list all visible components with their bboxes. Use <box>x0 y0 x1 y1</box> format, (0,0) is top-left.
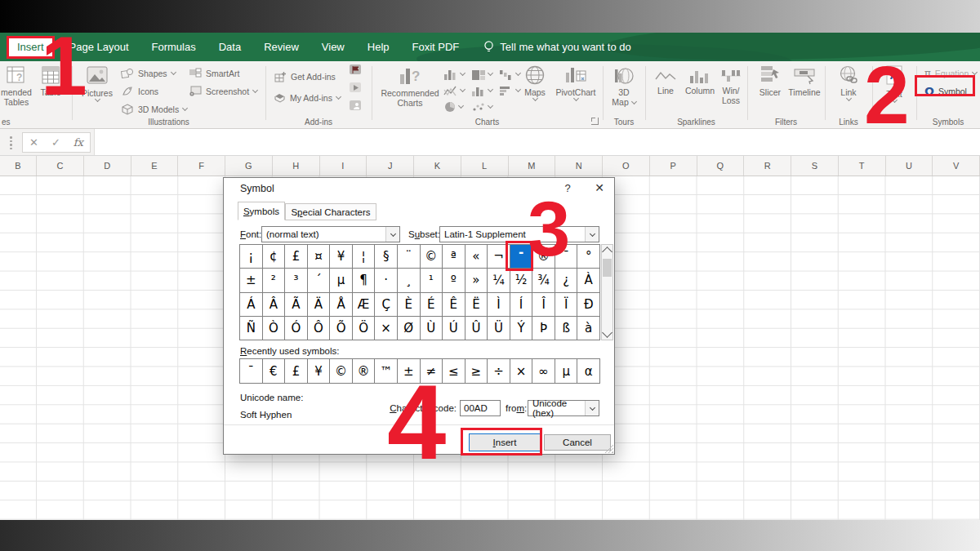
symbol-cell[interactable]: ¾ <box>532 269 555 291</box>
scroll-down-icon[interactable] <box>602 327 612 338</box>
symbol-cell[interactable]: ³ <box>285 269 307 291</box>
column-header-U[interactable]: U <box>886 156 933 176</box>
symbol-cell-selected[interactable]: - <box>510 245 532 268</box>
tab-symbols[interactable]: Symbols <box>238 202 285 220</box>
formula-bar-handle[interactable] <box>10 136 12 149</box>
symbol-cell[interactable]: À <box>577 269 599 291</box>
column-header-O[interactable]: O <box>603 156 650 176</box>
insert-button[interactable]: Insert <box>469 433 541 451</box>
3d-models-button[interactable]: 3D Models <box>121 104 187 115</box>
recommended-charts-button[interactable]: ? RecommendedCharts <box>376 64 443 108</box>
recent-symbol-cell[interactable]: ¯ <box>240 359 262 383</box>
recent-symbol-cell[interactable]: ÷ <box>488 359 510 383</box>
symbol-cell[interactable]: ± <box>240 269 262 291</box>
subset-dropdown-button[interactable] <box>585 227 599 242</box>
symbol-cell[interactable]: Á <box>240 293 262 316</box>
insert-scatter-chart-button[interactable] <box>471 99 499 115</box>
symbol-cell[interactable]: ¼ <box>488 269 510 291</box>
insert-function-icon[interactable]: fx <box>74 136 83 149</box>
recent-symbol-cell[interactable]: α <box>577 359 599 383</box>
column-header-E[interactable]: E <box>131 156 179 176</box>
ribbon-tab-foxit-pdf[interactable]: Foxit PDF <box>401 33 471 61</box>
symbol-cell[interactable]: Â <box>263 293 285 316</box>
slicer-button[interactable]: Slicer <box>754 64 786 97</box>
symbol-cell[interactable]: µ <box>330 269 352 291</box>
sparkline-column-button[interactable]: Column <box>683 68 717 96</box>
recent-symbol-cell[interactable]: ≤ <box>443 359 465 383</box>
column-header-J[interactable]: J <box>367 156 414 176</box>
insert-column-chart-button[interactable] <box>443 66 471 82</box>
symbol-cell[interactable]: Ý <box>510 317 532 340</box>
symbol-cell[interactable]: ¯ <box>555 245 577 268</box>
symbol-cell[interactable]: Ì <box>488 293 510 316</box>
link-button[interactable]: Link <box>832 64 865 100</box>
symbol-cell[interactable]: ¿ <box>555 269 577 291</box>
addin-people-icon[interactable] <box>350 100 361 110</box>
recent-symbol-cell[interactable]: ≥ <box>466 359 488 383</box>
column-header-F[interactable]: F <box>178 156 225 176</box>
recent-symbol-cell[interactable]: ¥ <box>308 359 330 383</box>
column-header-M[interactable]: M <box>509 156 556 176</box>
table-button[interactable]: Table <box>34 64 67 97</box>
subset-select[interactable]: Latin-1 Supplement <box>439 226 599 242</box>
recent-symbol-cell[interactable]: © <box>330 359 352 383</box>
equation-button[interactable]: π Equation <box>924 67 977 79</box>
ribbon-tab-insert[interactable]: Insert <box>7 36 55 59</box>
column-header-Q[interactable]: Q <box>697 156 745 176</box>
recent-symbol-cell[interactable]: ™ <box>375 359 397 383</box>
symbol-cell[interactable]: Í <box>510 293 532 316</box>
column-header-R[interactable]: R <box>744 156 791 176</box>
symbol-cell[interactable]: © <box>421 245 443 268</box>
insert-pie-chart-button[interactable] <box>443 99 471 115</box>
symbol-cell[interactable]: · <box>375 269 397 291</box>
symbol-cell[interactable]: ¤ <box>308 245 330 268</box>
character-code-input[interactable]: 00AD <box>460 400 501 416</box>
symbol-cell[interactable]: Ã <box>285 293 307 316</box>
symbol-cell[interactable]: £ <box>285 245 307 268</box>
symbol-cell[interactable]: Ù <box>421 317 443 340</box>
ribbon-tab-page-layout[interactable]: Page Layout <box>58 33 140 61</box>
symbol-cell[interactable]: Ú <box>443 317 465 340</box>
maps-button[interactable]: Maps <box>519 64 551 100</box>
symbol-cell[interactable]: ¢ <box>263 245 285 268</box>
addin-flag-icon[interactable] <box>350 64 361 74</box>
symbol-cell[interactable]: Ä <box>308 293 330 316</box>
symbol-cell[interactable]: ¦ <box>353 245 375 268</box>
recent-symbol-cell[interactable]: ± <box>398 359 420 383</box>
text-box-button[interactable]: A Text <box>880 64 908 102</box>
column-header-I[interactable]: I <box>320 156 368 176</box>
tell-me-box[interactable]: Tell me what you want to do <box>483 41 630 53</box>
column-header-H[interactable]: H <box>273 156 320 176</box>
ribbon-tab-formulas[interactable]: Formulas <box>140 33 207 61</box>
symbol-cell[interactable]: » <box>466 269 488 291</box>
timeline-button[interactable]: Timeline <box>786 64 822 97</box>
symbol-cell[interactable]: ¡ <box>240 245 262 268</box>
symbol-grid-scrollbar[interactable] <box>601 244 613 340</box>
dialog-help-button[interactable]: ? <box>559 182 577 197</box>
column-header-D[interactable]: D <box>84 156 131 176</box>
scroll-up-icon[interactable] <box>602 247 612 257</box>
symbol-cell[interactable]: Å <box>330 293 352 316</box>
ribbon-tab-help[interactable]: Help <box>356 33 401 61</box>
ribbon-tab-view[interactable]: View <box>310 33 356 61</box>
cancel-entry-icon[interactable]: ✕ <box>29 136 38 149</box>
from-dropdown-button[interactable] <box>585 401 599 415</box>
symbol-cell[interactable]: « <box>466 245 488 268</box>
dialog-close-button[interactable]: ✕ <box>590 181 609 197</box>
insert-line-chart-button[interactable] <box>443 82 471 99</box>
symbol-cell[interactable]: ® <box>532 245 555 268</box>
recent-symbol-cell[interactable]: ∞ <box>532 359 555 383</box>
column-header-V[interactable]: V <box>933 156 980 176</box>
symbol-cell[interactable]: ¥ <box>330 245 352 268</box>
symbol-cell[interactable]: ª <box>443 245 465 268</box>
symbol-cell[interactable]: È <box>398 293 420 316</box>
symbol-cell[interactable]: ² <box>263 269 285 291</box>
symbol-cell[interactable]: Õ <box>330 317 352 340</box>
symbol-cell[interactable]: ¹ <box>421 269 443 291</box>
symbol-cell[interactable]: Æ <box>353 293 375 316</box>
recent-symbol-cell[interactable]: µ <box>555 359 577 383</box>
symbol-cell[interactable]: § <box>375 245 397 268</box>
symbol-cell[interactable]: ´ <box>308 269 330 291</box>
pivotchart-button[interactable]: PivotChart <box>553 64 599 100</box>
font-select[interactable]: (normal text) <box>261 226 400 242</box>
